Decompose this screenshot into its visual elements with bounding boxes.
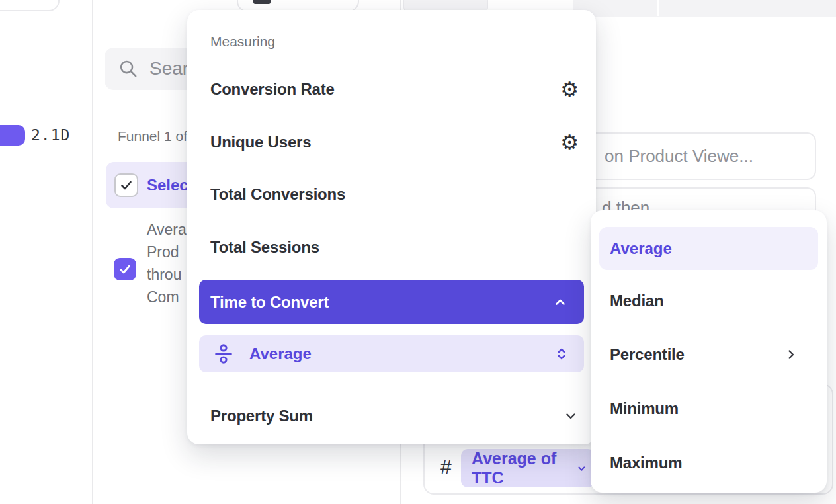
menu-item-label: Property Sum xyxy=(210,407,313,425)
submenu-item-label: Maximum xyxy=(610,454,682,472)
measuring-header: Measuring xyxy=(210,34,275,50)
average-icon xyxy=(213,343,234,364)
checkbox-checked[interactable] xyxy=(114,173,138,197)
measuring-dropdown: Measuring Conversion Rate ⚙ Unique Users… xyxy=(187,10,596,444)
number-type-symbol: # xyxy=(440,456,452,478)
menu-item-label: Time to Convert xyxy=(210,293,329,312)
chevron-up-icon xyxy=(552,294,568,310)
menu-item-unique-users[interactable]: Unique Users ⚙ xyxy=(187,124,596,161)
top-dark-bar-fragment xyxy=(253,0,271,4)
top-right-gray-strip xyxy=(573,0,836,17)
chevron-down-icon xyxy=(575,461,588,476)
chart-bar-fragment xyxy=(0,125,25,146)
left-panel-divider xyxy=(92,0,93,504)
gear-icon[interactable]: ⚙ xyxy=(560,79,579,100)
metric-description-line: Com xyxy=(147,286,187,308)
chart-value-label: 2.1D xyxy=(31,126,70,144)
metric-description-line: Prod xyxy=(147,241,187,263)
chevron-updown-icon xyxy=(554,346,569,362)
event-card[interactable]: on Product Viewe... xyxy=(582,132,816,180)
submenu-item-percentile[interactable]: Percentile xyxy=(591,336,827,373)
top-card-fragment-left xyxy=(0,0,60,11)
metric-description-line: Avera xyxy=(147,218,187,241)
chevron-down-icon xyxy=(563,408,579,424)
funnel-step-label: Funnel 1 of xyxy=(118,128,187,144)
menu-item-label: Total Conversions xyxy=(210,185,345,204)
submenu-item-maximum[interactable]: Maximum xyxy=(591,444,827,482)
menu-item-total-conversions[interactable]: Total Conversions xyxy=(187,176,596,213)
submenu-item-label: Average xyxy=(610,239,672,258)
menu-item-property-sum[interactable]: Property Sum xyxy=(187,398,596,435)
submenu-item-label: Minimum xyxy=(610,399,679,418)
funnels-measuring-screen: 2.1D Search Funnel 1 of Select Avera Pro… xyxy=(0,0,836,504)
submenu-item-minimum[interactable]: Minimum xyxy=(591,390,827,427)
search-icon xyxy=(118,58,139,79)
submenu-item-label: Median xyxy=(610,292,663,310)
top-right-strip-divider xyxy=(657,0,659,16)
event-card-label: on Product Viewe... xyxy=(605,146,753,167)
checkmark-icon xyxy=(117,261,133,277)
metric-description: Avera Prod throu Com xyxy=(147,218,187,308)
aggregation-selected-label: Average xyxy=(249,345,312,363)
chevron-right-icon xyxy=(783,347,799,362)
checkmark-icon xyxy=(118,177,134,193)
metric-checkbox-checked[interactable] xyxy=(114,258,136,280)
menu-item-label: Unique Users xyxy=(210,133,311,151)
submenu-item-median[interactable]: Median xyxy=(591,282,827,319)
submenu-item-label: Percentile xyxy=(610,345,685,364)
time-to-convert-aggregation-selector[interactable]: Average xyxy=(199,335,584,372)
metric-chip-label: Average of TTC xyxy=(472,449,575,487)
submenu-item-average-selected[interactable]: Average xyxy=(599,227,818,270)
menu-item-label: Total Sessions xyxy=(210,238,319,257)
menu-item-label: Conversion Rate xyxy=(210,80,335,99)
metric-chip-button[interactable]: Average of TTC xyxy=(461,449,595,487)
metric-description-line: throu xyxy=(147,263,187,286)
menu-item-conversion-rate[interactable]: Conversion Rate ⚙ xyxy=(187,71,596,108)
aggregation-submenu: Average Median Percentile Minimum Maximu… xyxy=(591,210,827,493)
gear-icon[interactable]: ⚙ xyxy=(560,132,579,153)
menu-item-time-to-convert-selected[interactable]: Time to Convert xyxy=(199,280,584,324)
menu-item-total-sessions[interactable]: Total Sessions xyxy=(187,229,596,266)
